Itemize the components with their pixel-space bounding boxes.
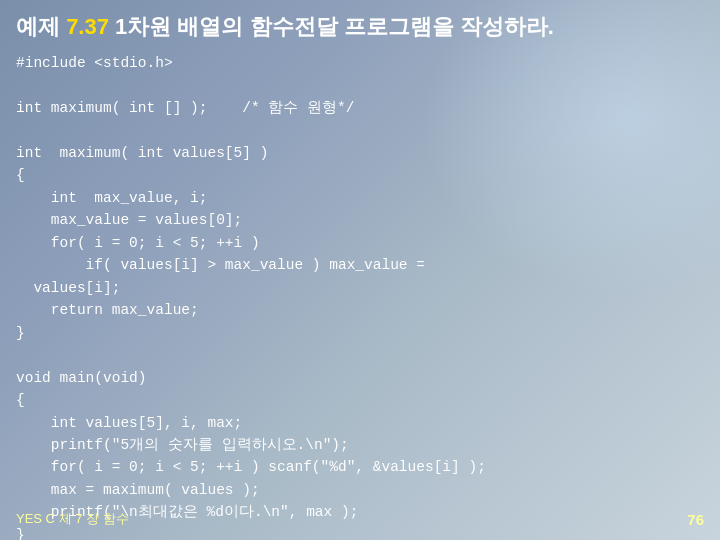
footer: YES C 제 7 장 함수 76 bbox=[16, 510, 704, 528]
code-line-2 bbox=[16, 74, 704, 96]
code-line-13: } bbox=[16, 322, 704, 344]
code-line-12: return max_value; bbox=[16, 299, 704, 321]
code-block: #include <stdio.h> int maximum( int [] )… bbox=[16, 52, 704, 540]
code-line-16: { bbox=[16, 389, 704, 411]
code-line-14 bbox=[16, 344, 704, 366]
code-line-9: for( i = 0; i < 5; ++i ) bbox=[16, 232, 704, 254]
code-line-17: int values[5], i, max; bbox=[16, 412, 704, 434]
code-line-6: { bbox=[16, 164, 704, 186]
code-line-20: max = maximum( values ); bbox=[16, 479, 704, 501]
code-line-3: int maximum( int [] ); /* 함수 원형*/ bbox=[16, 97, 704, 119]
code-line-10: if( values[i] > max_value ) max_value = bbox=[16, 254, 704, 276]
code-line-11: values[i]; bbox=[16, 277, 704, 299]
code-line-8: max_value = values[0]; bbox=[16, 209, 704, 231]
code-line-15: void main(void) bbox=[16, 367, 704, 389]
page-number: 76 bbox=[687, 511, 704, 528]
title-example-label: 예제 bbox=[16, 14, 60, 39]
footer-course-label: YES C 제 7 장 함수 bbox=[16, 510, 129, 528]
code-line-19: for( i = 0; i < 5; ++i ) scanf("%d", &va… bbox=[16, 456, 704, 478]
slide-title: 예제 7.37 1차원 배열의 함수전달 프로그램을 작성하라. bbox=[16, 12, 704, 42]
title-number: 7.37 bbox=[66, 14, 109, 39]
code-line-18: printf("5개의 숫자를 입력하시오.\n"); bbox=[16, 434, 704, 456]
content-area: 예제 7.37 1차원 배열의 함수전달 프로그램을 작성하라. #includ… bbox=[0, 0, 720, 540]
code-line-4 bbox=[16, 119, 704, 141]
code-line-1: #include <stdio.h> bbox=[16, 52, 704, 74]
title-description: 1차원 배열의 함수전달 프로그램을 작성하라. bbox=[115, 14, 554, 39]
code-line-7: int max_value, i; bbox=[16, 187, 704, 209]
code-line-5: int maximum( int values[5] ) bbox=[16, 142, 704, 164]
